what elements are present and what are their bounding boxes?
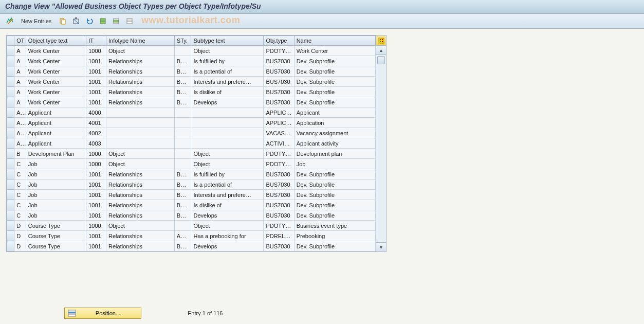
cell-objtype[interactable]: BUS7030 — [264, 97, 294, 107]
row-selector[interactable] — [7, 138, 14, 149]
row-selector[interactable] — [7, 56, 14, 66]
cell-objtype[interactable]: BUS7030 — [264, 66, 294, 77]
cell-sty[interactable]: B042 — [174, 190, 191, 200]
cell-name[interactable]: Dev. Subprofile — [294, 190, 375, 200]
table-row[interactable]: DCourse Type1001RelationshipsB049Develop… — [7, 241, 376, 251]
table-row[interactable]: DCourse Type1000ObjectObjectPDOTYP…Busin… — [7, 221, 376, 231]
cell-sty[interactable] — [174, 118, 191, 128]
scroll-down-icon[interactable]: ▼ — [376, 242, 386, 251]
cell-name[interactable]: Applicant — [294, 107, 375, 118]
toggle-display-icon[interactable] — [4, 16, 15, 26]
row-selector[interactable] — [7, 179, 14, 190]
cell-name[interactable]: Dev. Subprofile — [294, 200, 375, 210]
cell-ot[interactable]: AP — [14, 128, 26, 138]
cell-ottext[interactable]: Applicant — [26, 128, 86, 138]
cell-objtype[interactable]: BUS7030 — [264, 179, 294, 190]
cell-stytext[interactable]: Is a potential of — [191, 66, 264, 77]
cell-stytext[interactable]: Interests and prefere… — [191, 77, 264, 87]
table-row[interactable]: CJob1001RelationshipsB032Is fulfilled by… — [7, 169, 376, 179]
table-settings-icon[interactable] — [376, 35, 386, 46]
cell-it[interactable]: 1001 — [86, 77, 106, 87]
col-header-it[interactable]: IT — [86, 36, 106, 46]
cell-itname[interactable] — [106, 107, 175, 118]
cell-itname[interactable]: Relationships — [106, 87, 175, 97]
table-row[interactable]: AWork Center1001RelationshipsB032Is fulf… — [7, 56, 376, 66]
cell-ot[interactable]: A — [14, 97, 26, 107]
cell-itname[interactable] — [106, 138, 175, 149]
cell-stytext[interactable]: Develops — [191, 241, 264, 251]
cell-objtype[interactable]: BUS7030 — [264, 87, 294, 97]
cell-stytext[interactable]: Interests and prefere… — [191, 190, 264, 200]
cell-stytext[interactable] — [191, 128, 264, 138]
cell-ottext[interactable]: Job — [26, 179, 86, 190]
cell-itname[interactable]: Relationships — [106, 200, 175, 210]
cell-name[interactable]: Prebooking — [294, 231, 375, 241]
row-selector[interactable] — [7, 107, 14, 118]
cell-ottext[interactable]: Job — [26, 200, 86, 210]
cell-objtype[interactable]: PDOTYP… — [264, 149, 294, 159]
cell-stytext[interactable]: Object — [191, 221, 264, 231]
cell-stytext[interactable]: Object — [191, 159, 264, 169]
row-selector[interactable] — [7, 169, 14, 179]
cell-stytext[interactable] — [191, 138, 264, 149]
cell-objtype[interactable]: APPLIC… — [264, 107, 294, 118]
cell-ot[interactable]: D — [14, 231, 26, 241]
cell-it[interactable]: 1001 — [86, 200, 106, 210]
row-selector[interactable] — [7, 200, 14, 210]
row-selector[interactable] — [7, 66, 14, 77]
row-selector[interactable] — [7, 149, 14, 159]
cell-sty[interactable] — [174, 149, 191, 159]
cell-stytext[interactable]: Develops — [191, 210, 264, 221]
cell-sty[interactable] — [174, 128, 191, 138]
table-row[interactable]: AWork Center1000ObjectObjectPDOTYP…Work … — [7, 46, 376, 56]
cell-it[interactable]: 1001 — [86, 66, 106, 77]
col-header-name[interactable]: Name — [294, 36, 375, 46]
cell-ot[interactable]: C — [14, 200, 26, 210]
table-row[interactable]: APApplicant4003ACTIVI…Applicant activity — [7, 138, 376, 149]
row-selector[interactable] — [7, 231, 14, 241]
col-header-itname[interactable]: Infotype Name — [106, 36, 175, 46]
row-selector[interactable] — [7, 210, 14, 221]
cell-ot[interactable]: B — [14, 149, 26, 159]
cell-ot[interactable]: A — [14, 46, 26, 56]
cell-ot[interactable]: AP — [14, 118, 26, 128]
cell-ot[interactable]: A — [14, 66, 26, 77]
cell-sty[interactable]: B038 — [174, 66, 191, 77]
table-row[interactable]: CJob1001RelationshipsB038Is a potential … — [7, 179, 376, 190]
cell-name[interactable]: Dev. Subprofile — [294, 210, 375, 221]
cell-it[interactable]: 4000 — [86, 107, 106, 118]
cell-it[interactable]: 1000 — [86, 221, 106, 231]
cell-stytext[interactable] — [191, 118, 264, 128]
table-row[interactable]: BDevelopment Plan1000ObjectObjectPDOTYP…… — [7, 149, 376, 159]
cell-name[interactable]: Development plan — [294, 149, 375, 159]
cell-itname[interactable]: Relationships — [106, 97, 175, 107]
cell-name[interactable]: Dev. Subprofile — [294, 56, 375, 66]
cell-name[interactable]: Dev. Subprofile — [294, 169, 375, 179]
cell-sty[interactable]: B038 — [174, 179, 191, 190]
cell-ottext[interactable]: Course Type — [26, 231, 86, 241]
cell-stytext[interactable]: Is fulfilled by — [191, 169, 264, 179]
cell-itname[interactable]: Relationships — [106, 179, 175, 190]
cell-ot[interactable]: C — [14, 210, 26, 221]
table-row[interactable]: DCourse Type1001RelationshipsA027Has a p… — [7, 231, 376, 241]
table-row[interactable]: APApplicant4001APPLIC…Application — [7, 118, 376, 128]
cell-ot[interactable]: AP — [14, 138, 26, 149]
col-header-objtype[interactable]: Obj.type — [264, 36, 294, 46]
table-row[interactable]: CJob1001RelationshipsB042Interests and p… — [7, 190, 376, 200]
cell-sty[interactable]: B032 — [174, 169, 191, 179]
cell-objtype[interactable]: ACTIVI… — [264, 138, 294, 149]
scroll-thumb[interactable] — [377, 56, 385, 64]
table-row[interactable]: APApplicant4000APPLIC…Applicant — [7, 107, 376, 118]
col-header-ot[interactable]: OT — [14, 36, 26, 46]
table-row[interactable]: CJob1000ObjectObjectPDOTYP…Job — [7, 159, 376, 169]
cell-it[interactable]: 1001 — [86, 179, 106, 190]
cell-sty[interactable]: B043 — [174, 87, 191, 97]
cell-objtype[interactable]: APPLIC… — [264, 118, 294, 128]
cell-ottext[interactable]: Work Center — [26, 97, 86, 107]
cell-objtype[interactable]: PDRELA… — [264, 231, 294, 241]
cell-itname[interactable]: Relationships — [106, 190, 175, 200]
cell-ottext[interactable]: Work Center — [26, 77, 86, 87]
cell-sty[interactable]: B049 — [174, 210, 191, 221]
cell-sty[interactable] — [174, 138, 191, 149]
col-header-sty[interactable]: STy. — [174, 36, 191, 46]
